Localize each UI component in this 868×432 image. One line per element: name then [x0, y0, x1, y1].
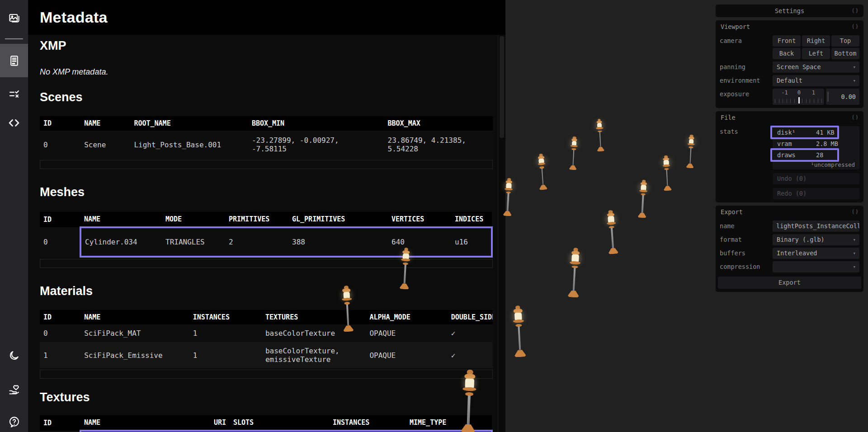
panning-select[interactable]: Screen Space ▾: [773, 61, 859, 73]
meshes-hscrollbar[interactable]: [40, 259, 493, 268]
column-header: NAME: [80, 212, 162, 227]
environment-select[interactable]: Default ▾: [773, 75, 859, 86]
camera-back-button[interactable]: Back: [773, 48, 801, 59]
stats-row: stats disk¹41 KBvram2.8 MBdraws28¹uncomp…: [720, 126, 859, 169]
viewport-section-header[interactable]: Viewport (): [716, 20, 863, 33]
fold-icon[interactable]: (): [852, 5, 859, 17]
camera-row: camera FrontRightTopBackLeftBottom: [720, 35, 859, 59]
exposure-slider[interactable]: -1 0 1: [773, 89, 824, 105]
table-cell: baseColorTexture, emissiveTexture: [262, 342, 366, 368]
table-cell: Scene: [80, 131, 130, 159]
environment-label: environment: [720, 75, 773, 86]
exposure-value-input[interactable]: 0.00: [826, 89, 859, 105]
export-buffers-select[interactable]: Interleaved ▾: [773, 248, 859, 259]
column-header: ID: [40, 415, 80, 431]
sidebar-item-donate[interactable]: [0, 373, 28, 406]
export-name-input[interactable]: lightPosts_InstanceColl: [773, 221, 859, 232]
panning-row: panning Screen Space ▾: [720, 61, 859, 73]
column-header: NAME: [80, 415, 189, 431]
export-format-value: Binary (.glb): [777, 236, 825, 243]
sidebar-item-validation[interactable]: [0, 77, 28, 111]
undo-button[interactable]: Undo (0): [773, 173, 859, 184]
camera-top-button[interactable]: Top: [831, 35, 859, 47]
camera-right-button[interactable]: Right: [802, 35, 830, 47]
table-cell: OPAQUE: [366, 324, 447, 342]
materials-table: IDNAMEINSTANCESTEXTURESALPHA_MODEDOUBLE_…: [40, 310, 498, 368]
column-header: NAME: [80, 310, 189, 324]
camera-left-button[interactable]: Left: [802, 48, 830, 59]
table-cell: SciFiPack_Emissive: [80, 342, 189, 368]
images-icon: [8, 12, 20, 24]
meshes-table: IDNAMEMODEPRIMITIVESGL_PRIMITIVESVERTICE…: [40, 212, 498, 258]
table-cell: TRIANGLES: [162, 227, 225, 257]
tick-label: 1: [812, 89, 815, 96]
export-format-select[interactable]: Binary (.glb) ▾: [773, 234, 859, 245]
exposure-label: exposure: [720, 89, 773, 100]
table-cell: 2: [225, 227, 288, 257]
settings-header[interactable]: Settings (): [716, 5, 863, 17]
column-header: ALPHA_MODE: [366, 310, 447, 324]
table-cell: 640: [388, 227, 451, 257]
moon-icon: [8, 350, 20, 362]
panning-value: Screen Space: [777, 63, 821, 70]
table-cell: Light_Posts_Base.001: [130, 131, 248, 159]
export-format-label: format: [720, 234, 773, 245]
sidebar-item-theme-toggle[interactable]: [0, 339, 28, 372]
export-buffers-row: buffers Interleaved ▾: [720, 248, 859, 259]
table-cell: 1: [189, 342, 262, 368]
column-header: SLOTS: [230, 415, 329, 431]
camera-buttons: FrontRightTopBackLeftBottom: [773, 35, 859, 59]
camera-bottom-button[interactable]: Bottom: [831, 48, 859, 59]
column-header: ID: [40, 116, 80, 131]
fold-icon[interactable]: (): [852, 20, 859, 33]
scenes-hscrollbar[interactable]: [40, 160, 493, 169]
table-cell: 1: [189, 324, 262, 342]
column-header: NAME: [80, 116, 130, 131]
column-header: MIME_TYPE: [406, 415, 492, 431]
fold-icon[interactable]: (): [852, 206, 859, 218]
panning-label: panning: [720, 61, 773, 73]
tick-label: 0: [797, 89, 801, 96]
exposure-slider-thumb[interactable]: [798, 97, 800, 103]
table-cell: -23.27899, -0.00927, -7.58115: [248, 131, 384, 159]
table-cell: Cylinder.034: [80, 227, 162, 257]
environment-row: environment Default ▾: [720, 75, 859, 86]
sidebar-item-report[interactable]: [0, 44, 28, 77]
redo-button[interactable]: Redo (0): [773, 188, 859, 199]
stat-row-vram: vram2.8 MB: [773, 138, 859, 150]
column-header: ID: [40, 310, 80, 324]
section-title-textures: Textures: [40, 390, 498, 404]
textures-table: IDNAMEURISLOTSINSTANCESMIME_TYPE0SciFiPa…: [40, 415, 498, 432]
export-buffers-label: buffers: [720, 248, 773, 259]
column-header: DOUBLE_SIDED: [448, 310, 493, 324]
metadata-scrollbar[interactable]: [498, 35, 505, 432]
xmp-empty-text: No XMP metadata.: [40, 67, 498, 77]
export-button[interactable]: Export: [718, 277, 861, 289]
column-header: ID: [40, 212, 80, 227]
table-header-row: IDNAMEINSTANCESTEXTURESALPHA_MODEDOUBLE_…: [40, 310, 493, 324]
column-header: INSTANCES: [189, 310, 262, 324]
scenes-table: IDNAMEROOT_NAMEBBOX_MINBBOX_MAX0SceneLig…: [40, 116, 498, 159]
export-compression-row: compression ▾: [720, 261, 859, 272]
viewport-section: Viewport () camera FrontRightTopBackLeft…: [716, 20, 863, 108]
tick-label: -1: [781, 89, 788, 96]
table-cell: u16: [451, 227, 492, 257]
export-section-title: Export: [721, 208, 743, 216]
materials-hscrollbar[interactable]: [40, 370, 493, 379]
checklist-icon: [8, 88, 20, 100]
table-cell: 0: [40, 324, 80, 342]
fold-icon[interactable]: (): [852, 111, 859, 124]
metadata-scrollbar-thumb[interactable]: [500, 36, 504, 138]
export-section-header[interactable]: Export (): [716, 206, 863, 218]
sidebar-item-viewer[interactable]: [0, 1, 28, 35]
export-compression-select[interactable]: ▾: [773, 261, 859, 272]
sidebar-item-help[interactable]: [0, 405, 28, 432]
column-header: VERTICES: [388, 212, 451, 227]
help-icon: [8, 416, 20, 428]
file-section-header[interactable]: File (): [716, 111, 863, 124]
sidebar: [0, 0, 28, 432]
sidebar-item-code[interactable]: [0, 106, 28, 140]
stat-key: draws: [777, 150, 816, 161]
table-cell: 1: [40, 342, 80, 368]
camera-front-button[interactable]: Front: [773, 35, 801, 47]
